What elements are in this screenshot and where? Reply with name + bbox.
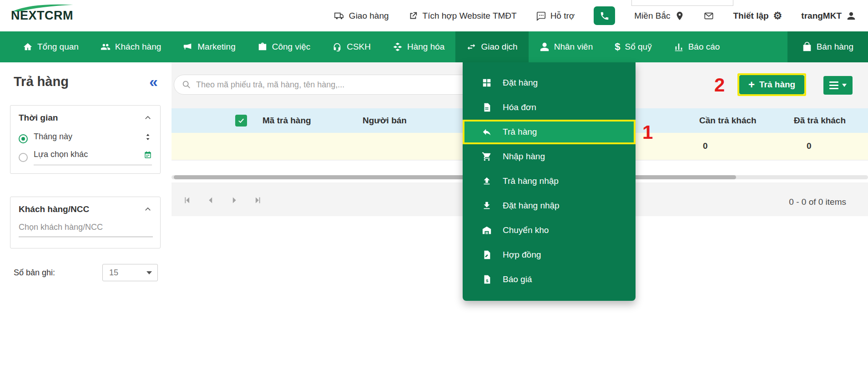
topbar-support[interactable]: Hỗ trợ [536,11,575,21]
topbar-integration-label: Tích hợp Website TMĐT [423,11,517,21]
annotation-step-2: 2 [714,76,725,95]
nav-giao-dich[interactable]: Giao dịch [455,31,528,62]
menu-dat-hang-nhap[interactable]: Đặt hàng nhập [463,193,636,218]
nav-tong-quan[interactable]: Tổng quan [12,31,90,62]
plus-icon: + [748,79,755,90]
topbar-settings[interactable]: Thiết lập ⚙ [733,11,782,21]
mail-icon [704,11,714,21]
option-this-month[interactable]: Tháng này [10,127,160,145]
external-link-icon [408,11,418,21]
list-options-button[interactable] [823,76,853,95]
nav-label: Hàng hóa [407,42,444,52]
prev-page-icon [206,195,216,205]
grid-icon [482,78,492,88]
topbar-user[interactable]: trangMKT [801,11,856,21]
menu-tra-hang-nhap[interactable]: Trả hàng nhập [463,169,636,193]
customer-filter-card: Khách hàng/NCC [10,197,161,248]
sidebar-header: Trả hàng « [0,62,172,89]
sort-icon[interactable] [144,133,152,141]
add-return-button[interactable]: + Trả hàng [739,75,804,94]
value-can-tra-khach: 0 [703,141,708,151]
location-pin-icon [675,11,685,21]
nav-marketing[interactable]: Marketing [172,31,246,62]
calendar-icon[interactable] [144,151,152,159]
home-icon [23,42,33,52]
nav-label: Giao dịch [481,42,517,52]
nav-cskh[interactable]: CSKH [321,31,382,62]
quote-icon: $ [482,274,492,284]
col-nguoi-ban: Người bán [363,116,407,126]
nextcrm-app: NEXTCRM Giao hàng Tích hợp Website TMĐT … [0,0,868,380]
menu-label: Đặt hàng [503,78,538,88]
giao-dich-dropdown: Đặt hàng Hóa đơn Trả hàng Nhập hàng Trả … [463,62,636,301]
menu-label: Nhập hàng [503,152,545,162]
add-return-button-label: Trả hàng [759,80,795,90]
nav-label: Khách hàng [115,42,161,52]
time-filter-title: Thời gian [19,113,58,123]
option-other[interactable]: Lựa chọn khác [10,145,160,173]
sidebar: Trả hàng « Thời gian Tháng này Lựa [0,62,172,380]
menu-hoa-don[interactable]: Hóa đơn [463,95,636,120]
page-title: Trả hàng [14,74,69,89]
topbar-shipping[interactable]: Giao hàng [334,11,389,21]
radio-this-month[interactable] [19,134,28,143]
records-label: Số bản ghi: [14,268,55,278]
menu-label: Đặt hàng nhập [503,201,560,211]
upload-icon [482,176,492,186]
topbar-integration[interactable]: Tích hợp Website TMĐT [408,11,517,21]
value-da-tra-khach: 0 [807,141,812,151]
dollar-icon: $ [615,42,620,52]
menu-chuyen-kho[interactable]: Chuyển kho [463,218,636,243]
chart-icon [674,42,684,52]
nav-nhan-vien[interactable]: Nhân viên [529,31,604,62]
topbar-actions: Giao hàng Tích hợp Website TMĐT Hỗ trợ M… [334,6,856,25]
chevron-up-icon[interactable] [144,114,152,122]
nav-cong-viec[interactable]: Công việc [247,31,322,62]
chat-icon [536,11,546,21]
search-icon [182,80,192,90]
customer-filter-title: Khách hàng/NCC [19,204,89,214]
caret-down-icon [842,84,847,87]
svg-text:$: $ [486,279,488,283]
records-per-page: Số bản ghi: 15 [14,264,158,281]
next-page-button[interactable] [229,195,240,206]
nav-hang-hoa[interactable]: Hàng hóa [382,31,455,62]
radio-other[interactable] [19,153,28,162]
customer-select-input[interactable] [19,221,153,237]
boxes-icon [393,42,403,52]
collapse-sidebar-icon[interactable]: « [149,76,158,88]
annotation-step-1: 1 [642,123,653,142]
nav-ban-hang[interactable]: Bán hàng [787,31,868,62]
select-all-checkbox[interactable] [235,115,247,127]
menu-label: Trả hàng nhập [503,176,559,186]
prev-page-button[interactable] [205,195,216,206]
mail-button[interactable] [704,11,714,21]
menu-label: Chuyển kho [503,225,549,235]
briefcase-icon [257,42,267,52]
nextcrm-logo[interactable]: NEXTCRM [11,0,73,31]
menu-bao-gia[interactable]: $ Báo giá [463,267,636,292]
scrollbar-thumb[interactable] [174,175,736,179]
menu-label: Báo giá [503,274,532,284]
phone-button[interactable] [594,6,615,25]
menu-tra-hang[interactable]: Trả hàng [463,120,636,144]
last-page-button[interactable] [252,195,263,206]
menu-label: Hóa đơn [503,102,536,112]
records-select[interactable]: 15 [102,264,158,281]
topbar-region[interactable]: Miền Bắc [634,11,685,21]
menu-nhap-hang[interactable]: Nhập hàng [463,144,636,169]
menu-dat-hang[interactable]: Đặt hàng [463,71,636,95]
menu-hop-dong[interactable]: Hợp đồng [463,243,636,267]
nav-label: Bán hàng [817,42,853,52]
first-page-button[interactable] [182,195,192,206]
invoice-icon [482,102,492,112]
nav-khach-hang[interactable]: Khách hàng [90,31,172,62]
person-icon [540,42,550,52]
chevron-up-icon[interactable] [144,205,152,213]
time-filter-card: Thời gian Tháng này Lựa chọn khác [10,105,161,174]
nav-so-quy[interactable]: $ Sổ quỹ [604,31,662,62]
nav-bao-cao[interactable]: Báo cáo [663,31,731,62]
next-page-icon [229,195,239,205]
logo-text: NEXTCRM [11,9,73,23]
topbar-user-label: trangMKT [801,11,842,21]
